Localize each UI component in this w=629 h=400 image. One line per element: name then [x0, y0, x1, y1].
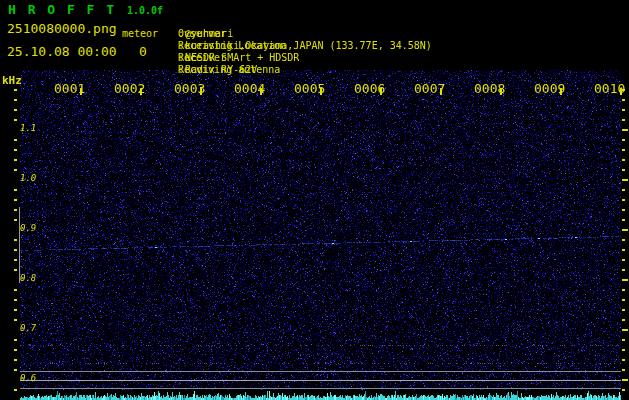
meteor-count-label: meteor	[122, 28, 158, 39]
freq-tick	[622, 209, 625, 211]
freq-tick	[14, 89, 17, 91]
freq-tick	[14, 99, 17, 101]
freq-tick	[14, 239, 17, 241]
freq-tick	[622, 229, 628, 231]
output-filename: 2510080000.png	[7, 21, 117, 36]
freq-tick	[622, 109, 625, 111]
freq-tick	[14, 189, 17, 191]
vertical-marker-line	[19, 207, 20, 283]
freq-tick	[14, 109, 17, 111]
time-tick	[500, 88, 502, 95]
freq-axis-unit: kHz	[2, 74, 22, 87]
freq-tick	[622, 149, 625, 151]
meteor-count-value: 0	[139, 44, 147, 59]
time-tick	[260, 88, 262, 95]
freq-tick	[622, 309, 625, 311]
spectrogram-canvas	[20, 70, 621, 400]
freq-tick	[622, 349, 625, 351]
freq-tick	[622, 369, 625, 371]
info-value: NESDR SMArt + HDSDR	[185, 52, 299, 64]
freq-tick	[14, 289, 17, 291]
freq-tick	[622, 299, 625, 301]
info-separator: :	[178, 28, 184, 40]
freq-tick	[14, 259, 17, 261]
freq-tick	[14, 149, 17, 151]
time-tick	[620, 88, 622, 95]
info-value: Radix RY-62V	[185, 64, 257, 76]
observer-info-block: Ovserver:@yuhmari Receiving Location:kur…	[178, 4, 202, 76]
freq-tick	[622, 359, 625, 361]
freq-tick	[622, 269, 625, 271]
freq-tick	[14, 349, 17, 351]
freq-tick	[14, 389, 17, 391]
freq-tick	[622, 379, 628, 381]
freq-tick	[622, 189, 625, 191]
freq-tick	[14, 369, 17, 371]
freq-tick	[622, 259, 625, 261]
time-tick	[200, 88, 202, 95]
freq-tick	[14, 269, 17, 271]
freq-tick	[622, 239, 625, 241]
time-tick	[380, 88, 382, 95]
info-value: @yuhmari	[185, 28, 233, 40]
freq-tick	[622, 289, 625, 291]
observation-datetime: 25.10.08 00:00	[7, 44, 117, 59]
freq-tick	[622, 159, 625, 161]
freq-tick	[622, 119, 625, 121]
freq-tick	[622, 89, 625, 91]
info-separator: :	[178, 64, 184, 76]
freq-tick	[14, 299, 17, 301]
freq-tick	[622, 279, 628, 281]
info-value: kurashiki,Okayama,JAPAN (133.77E, 34.58N…	[185, 40, 432, 52]
freq-tick	[622, 389, 625, 391]
freq-tick	[14, 339, 17, 341]
freq-tick	[622, 319, 625, 321]
freq-tick	[622, 329, 628, 331]
freq-tick	[622, 219, 625, 221]
freq-tick	[622, 339, 625, 341]
freq-tick	[622, 169, 625, 171]
time-tick	[440, 88, 442, 95]
freq-tick	[14, 319, 17, 321]
freq-tick	[14, 309, 17, 311]
freq-tick	[14, 209, 17, 211]
app-title: H R O F F T	[8, 2, 116, 17]
time-tick	[140, 88, 142, 95]
freq-tick	[622, 179, 628, 181]
hrofft-window: H R O F F T 1.0.0f 2510080000.png meteor…	[0, 0, 629, 400]
freq-tick	[14, 219, 17, 221]
freq-tick	[622, 99, 625, 101]
info-separator: :	[178, 52, 184, 64]
app-version: 1.0.0f	[127, 5, 163, 16]
freq-tick	[14, 249, 17, 251]
freq-tick	[14, 139, 17, 141]
freq-tick	[622, 249, 625, 251]
freq-tick	[622, 199, 625, 201]
freq-tick	[14, 359, 17, 361]
freq-tick	[14, 169, 17, 171]
freq-tick	[14, 199, 17, 201]
freq-tick	[14, 159, 17, 161]
time-tick	[560, 88, 562, 95]
freq-tick	[622, 129, 628, 131]
freq-tick	[622, 139, 625, 141]
freq-tick	[14, 119, 17, 121]
time-tick	[80, 88, 82, 95]
info-separator: :	[178, 40, 184, 52]
time-tick	[320, 88, 322, 95]
